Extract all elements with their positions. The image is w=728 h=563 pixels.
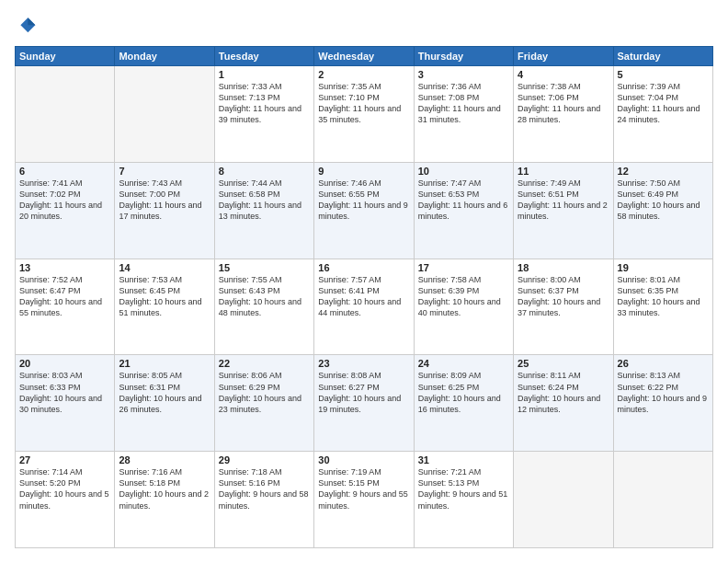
calendar-cell: 23Sunrise: 8:08 AMSunset: 6:27 PMDayligh… [314, 355, 414, 452]
day-info: Sunrise: 7:46 AMSunset: 6:55 PMDaylight:… [318, 178, 409, 223]
calendar-cell: 12Sunrise: 7:50 AMSunset: 6:49 PMDayligh… [613, 162, 712, 259]
calendar-cell: 17Sunrise: 7:58 AMSunset: 6:39 PMDayligh… [414, 259, 513, 355]
day-info: Sunrise: 7:57 AMSunset: 6:41 PMDaylight:… [318, 274, 409, 319]
day-number: 5 [618, 69, 709, 80]
calendar-cell: 21Sunrise: 8:05 AMSunset: 6:31 PMDayligh… [115, 355, 214, 452]
day-info: Sunrise: 8:01 AMSunset: 6:35 PMDaylight:… [618, 274, 709, 319]
day-number: 28 [119, 454, 210, 465]
day-info: Sunrise: 7:33 AMSunset: 7:13 PMDaylight:… [219, 81, 310, 126]
calendar-cell: 9Sunrise: 7:46 AMSunset: 6:55 PMDaylight… [314, 162, 414, 259]
day-info: Sunrise: 7:36 AMSunset: 7:08 PMDaylight:… [418, 81, 509, 126]
day-number: 27 [19, 454, 110, 465]
day-info: Sunrise: 7:43 AMSunset: 7:00 PMDaylight:… [119, 178, 210, 223]
calendar-cell: 28Sunrise: 7:16 AMSunset: 5:18 PMDayligh… [115, 452, 214, 548]
calendar-cell: 29Sunrise: 7:18 AMSunset: 5:16 PMDayligh… [214, 452, 313, 548]
day-number: 22 [219, 358, 310, 369]
day-info: Sunrise: 7:50 AMSunset: 6:49 PMDaylight:… [618, 178, 709, 223]
calendar-cell [16, 66, 115, 163]
day-number: 26 [618, 358, 709, 369]
day-info: Sunrise: 7:47 AMSunset: 6:53 PMDaylight:… [418, 178, 509, 223]
calendar-cell: 8Sunrise: 7:44 AMSunset: 6:58 PMDaylight… [214, 162, 313, 259]
calendar-cell: 14Sunrise: 7:53 AMSunset: 6:45 PMDayligh… [115, 259, 214, 355]
day-number: 30 [318, 454, 409, 465]
calendar-cell: 1Sunrise: 7:33 AMSunset: 7:13 PMDaylight… [214, 66, 313, 163]
calendar-cell: 30Sunrise: 7:19 AMSunset: 5:15 PMDayligh… [314, 452, 414, 548]
day-number: 24 [418, 358, 509, 369]
calendar-cell: 10Sunrise: 7:47 AMSunset: 6:53 PMDayligh… [414, 162, 513, 259]
day-info: Sunrise: 7:49 AMSunset: 6:51 PMDaylight:… [518, 178, 609, 223]
calendar-cell: 6Sunrise: 7:41 AMSunset: 7:02 PMDaylight… [16, 162, 115, 259]
day-info: Sunrise: 8:11 AMSunset: 6:24 PMDaylight:… [518, 370, 609, 415]
day-number: 31 [418, 454, 509, 465]
day-number: 23 [318, 358, 409, 369]
calendar-cell: 3Sunrise: 7:36 AMSunset: 7:08 PMDaylight… [414, 66, 513, 163]
day-number: 8 [219, 166, 310, 177]
day-info: Sunrise: 7:19 AMSunset: 5:15 PMDaylight:… [318, 466, 409, 511]
calendar-header-monday: Monday [115, 47, 214, 66]
day-number: 17 [418, 262, 509, 273]
day-info: Sunrise: 7:53 AMSunset: 6:45 PMDaylight:… [119, 274, 210, 319]
day-info: Sunrise: 7:58 AMSunset: 6:39 PMDaylight:… [418, 274, 509, 319]
day-info: Sunrise: 7:38 AMSunset: 7:06 PMDaylight:… [518, 81, 609, 126]
day-number: 20 [19, 358, 110, 369]
day-info: Sunrise: 7:55 AMSunset: 6:43 PMDaylight:… [219, 274, 310, 319]
day-number: 21 [119, 358, 210, 369]
day-number: 12 [618, 166, 709, 177]
day-info: Sunrise: 7:21 AMSunset: 5:13 PMDaylight:… [418, 466, 509, 511]
calendar-cell [115, 66, 214, 163]
calendar-cell: 7Sunrise: 7:43 AMSunset: 7:00 PMDaylight… [115, 162, 214, 259]
day-info: Sunrise: 8:13 AMSunset: 6:22 PMDaylight:… [618, 370, 709, 415]
calendar-header-thursday: Thursday [414, 47, 513, 66]
calendar-cell: 25Sunrise: 8:11 AMSunset: 6:24 PMDayligh… [514, 355, 613, 452]
day-number: 19 [618, 262, 709, 273]
calendar-cell [613, 452, 712, 548]
day-number: 3 [418, 69, 509, 80]
day-number: 6 [19, 166, 110, 177]
day-info: Sunrise: 8:00 AMSunset: 6:37 PMDaylight:… [518, 274, 609, 319]
calendar-cell: 27Sunrise: 7:14 AMSunset: 5:20 PMDayligh… [16, 452, 115, 548]
day-number: 16 [318, 262, 409, 273]
calendar-header-friday: Friday [514, 47, 613, 66]
day-info: Sunrise: 8:09 AMSunset: 6:25 PMDaylight:… [418, 370, 509, 415]
day-number: 9 [318, 166, 409, 177]
logo-icon [15, 15, 37, 37]
calendar: SundayMondayTuesdayWednesdayThursdayFrid… [15, 46, 713, 548]
day-number: 7 [119, 166, 210, 177]
day-info: Sunrise: 7:41 AMSunset: 7:02 PMDaylight:… [19, 178, 110, 223]
day-info: Sunrise: 8:06 AMSunset: 6:29 PMDaylight:… [219, 370, 310, 415]
calendar-header-tuesday: Tuesday [214, 47, 313, 66]
calendar-cell: 5Sunrise: 7:39 AMSunset: 7:04 PMDaylight… [613, 66, 712, 163]
day-info: Sunrise: 8:08 AMSunset: 6:27 PMDaylight:… [318, 370, 409, 415]
day-info: Sunrise: 7:16 AMSunset: 5:18 PMDaylight:… [119, 466, 210, 511]
day-number: 18 [518, 262, 609, 273]
day-number: 2 [318, 69, 409, 80]
day-info: Sunrise: 7:14 AMSunset: 5:20 PMDaylight:… [19, 466, 110, 511]
calendar-cell: 19Sunrise: 8:01 AMSunset: 6:35 PMDayligh… [613, 259, 712, 355]
day-info: Sunrise: 8:03 AMSunset: 6:33 PMDaylight:… [19, 370, 110, 415]
day-number: 13 [19, 262, 110, 273]
day-number: 14 [119, 262, 210, 273]
day-number: 4 [518, 69, 609, 80]
calendar-cell: 26Sunrise: 8:13 AMSunset: 6:22 PMDayligh… [613, 355, 712, 452]
logo [15, 15, 40, 37]
day-info: Sunrise: 7:35 AMSunset: 7:10 PMDaylight:… [318, 81, 409, 126]
calendar-cell: 4Sunrise: 7:38 AMSunset: 7:06 PMDaylight… [514, 66, 613, 163]
svg-marker-1 [28, 17, 35, 25]
calendar-cell: 11Sunrise: 7:49 AMSunset: 6:51 PMDayligh… [514, 162, 613, 259]
day-number: 25 [518, 358, 609, 369]
calendar-cell: 2Sunrise: 7:35 AMSunset: 7:10 PMDaylight… [314, 66, 414, 163]
day-info: Sunrise: 7:44 AMSunset: 6:58 PMDaylight:… [219, 178, 310, 223]
calendar-cell: 16Sunrise: 7:57 AMSunset: 6:41 PMDayligh… [314, 259, 414, 355]
calendar-cell: 13Sunrise: 7:52 AMSunset: 6:47 PMDayligh… [16, 259, 115, 355]
day-info: Sunrise: 7:18 AMSunset: 5:16 PMDaylight:… [219, 466, 310, 511]
calendar-header-sunday: Sunday [16, 47, 115, 66]
calendar-header-saturday: Saturday [613, 47, 712, 66]
calendar-cell: 24Sunrise: 8:09 AMSunset: 6:25 PMDayligh… [414, 355, 513, 452]
day-number: 1 [219, 69, 310, 80]
day-number: 11 [518, 166, 609, 177]
calendar-cell: 22Sunrise: 8:06 AMSunset: 6:29 PMDayligh… [214, 355, 313, 452]
calendar-header-wednesday: Wednesday [314, 47, 414, 66]
calendar-cell: 20Sunrise: 8:03 AMSunset: 6:33 PMDayligh… [16, 355, 115, 452]
day-info: Sunrise: 7:39 AMSunset: 7:04 PMDaylight:… [618, 81, 709, 126]
day-number: 29 [219, 454, 310, 465]
